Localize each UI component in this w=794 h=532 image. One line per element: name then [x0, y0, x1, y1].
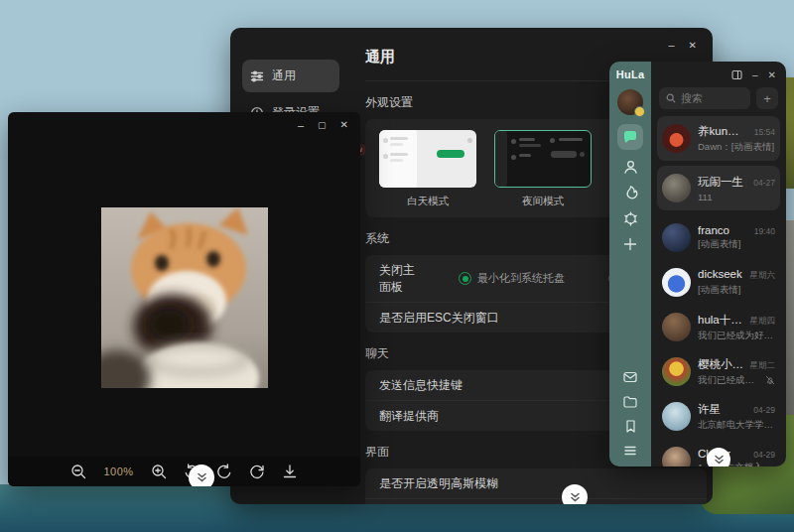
app-title: HuLa [616, 68, 645, 80]
search-input[interactable]: 搜索 [659, 87, 750, 109]
chat-message: 北京邮电大学学士，卡耐... [698, 419, 775, 432]
theme-card-night[interactable]: 夜间模式 [494, 130, 592, 208]
chat-name: dickseek [698, 268, 742, 280]
viewer-toolbar: 100% [8, 457, 360, 486]
reset-icon[interactable] [249, 464, 265, 479]
chat-name: 养kun群聊 [698, 124, 750, 139]
chevron-double-down-icon [714, 455, 725, 465]
chat-bubble-icon [622, 129, 638, 145]
maximize-button[interactable]: ▢ [318, 121, 327, 130]
close-icon[interactable]: ✕ [768, 69, 776, 80]
theme-preview-night [494, 130, 592, 188]
chat-time: 04-29 [753, 450, 775, 460]
download-icon[interactable] [282, 464, 298, 479]
add-chat-button[interactable]: + [756, 87, 778, 109]
interface-group: 是否开启透明高斯模糊 是否开启阴影 字体样式 苹方 显示菜单名 [365, 468, 707, 504]
plus-icon[interactable] [622, 236, 638, 252]
chat-message: [动画表情] [698, 284, 775, 297]
desktop: – ✕ 通用 登录设置 超级变变变 New 提供者：HuLa 通用 外观 [0, 0, 794, 532]
search-icon [666, 93, 676, 103]
theme-card-label: 白天模式 [379, 195, 476, 208]
hula-window-controls: – ✕ [651, 66, 786, 82]
chat-item[interactable]: hula十年老粉星期四 我们已经成为好友了，开... [657, 305, 780, 349]
rotate-right-icon[interactable] [216, 464, 232, 479]
theme-preview-day [379, 130, 476, 188]
chat-name: 许星 [698, 402, 721, 417]
chat-item[interactable]: dickseek星期六 [动画表情] [657, 260, 780, 305]
avatar [662, 174, 691, 202]
avatar [662, 402, 691, 431]
chat-time: 星期四 [750, 316, 776, 328]
chat-time: 04-29 [753, 405, 775, 415]
sidebar-item-label: 通用 [272, 67, 296, 84]
chat-message: 我们已经成为好友了... [698, 374, 761, 387]
theme-card-day[interactable]: 白天模式 [379, 130, 476, 208]
flame-icon[interactable] [622, 185, 639, 201]
chat-item[interactable]: franco19:40 [动画表情] [657, 215, 780, 260]
avatar [662, 124, 691, 153]
translator-label: 翻译提供商 [379, 408, 439, 425]
chat-item[interactable]: 养kun群聊15:54 Dawn：[动画表情] [657, 116, 780, 161]
blur-label: 是否开启透明高斯模糊 [379, 475, 498, 492]
theme-card-label: 夜间模式 [494, 195, 592, 208]
chat-message: 111 [698, 192, 775, 202]
send-shortcut-label: 发送信息快捷键 [379, 377, 463, 394]
chat-time: 15:54 [754, 127, 775, 137]
chat-message: 我们已经成为好友了，开... [698, 330, 775, 342]
hula-chat-window: HuLa – ✕ [609, 62, 786, 466]
close-icon[interactable]: ✕ [340, 120, 348, 130]
chat-name: franco [698, 224, 729, 236]
user-avatar[interactable] [617, 89, 643, 115]
scroll-down-button[interactable] [562, 484, 588, 504]
openai-icon[interactable] [622, 210, 639, 227]
tune-icon [250, 69, 264, 83]
minimize-button[interactable]: – [752, 69, 758, 80]
chat-item[interactable]: 玩闹一生04-27 111 [657, 166, 780, 210]
avatar [662, 357, 691, 386]
image-viewer-window: – ▢ ✕ [8, 112, 360, 486]
chat-time: 星期二 [750, 360, 776, 372]
close-panel-label: 关闭主面板 [379, 262, 423, 296]
bookmark-icon[interactable] [623, 419, 638, 434]
folder-icon[interactable] [622, 394, 638, 410]
search-placeholder: 搜索 [681, 91, 703, 106]
zoom-level: 100% [103, 466, 133, 477]
chat-name: 樱桃小鸡仔 [698, 357, 746, 372]
zoom-out-icon[interactable] [70, 464, 86, 479]
avatar [662, 447, 691, 466]
hula-left-rail: HuLa [609, 62, 651, 466]
radio-dot [459, 272, 471, 285]
radio-minimize-to-tray[interactable]: 最小化到系统托盘 [459, 271, 565, 286]
chevron-double-down-icon [570, 492, 581, 502]
search-row: 搜索 + [651, 82, 786, 116]
menu-icon[interactable] [622, 443, 638, 459]
chat-list: 养kun群聊15:54 Dawn：[动画表情] 玩闹一生04-27 111 fr… [651, 116, 786, 466]
chat-time: 星期六 [750, 270, 776, 282]
zoom-in-icon[interactable] [151, 464, 167, 479]
minimize-button[interactable]: – [298, 120, 304, 131]
sidebar-item-general[interactable]: 通用 [242, 60, 339, 92]
chat-item[interactable]: 樱桃小鸡仔星期二 我们已经成为好友了... [657, 349, 780, 394]
nav-messages-active[interactable] [617, 124, 643, 150]
status-emoji-badge [634, 106, 645, 117]
mail-icon[interactable] [622, 369, 638, 385]
avatar [662, 223, 691, 252]
chat-time: 04-27 [753, 178, 775, 188]
contacts-icon[interactable] [622, 159, 639, 176]
chevron-double-down-icon [197, 472, 207, 482]
cat-photo [101, 207, 268, 388]
chat-time: 19:40 [754, 226, 775, 236]
chat-item[interactable]: 许星04-29 北京邮电大学学士，卡耐... [657, 394, 780, 439]
avatar [662, 313, 691, 341]
chat-name: hula十年老粉 [698, 313, 746, 328]
hula-chat-panel: – ✕ 搜索 + 养kun群聊15:54 Dawn：[动画表情] 玩闹一生 [651, 62, 786, 466]
sidebar-toggle-icon[interactable] [731, 69, 742, 80]
scroll-down-button[interactable] [707, 448, 730, 466]
chat-message: Dawn：[动画表情] [698, 141, 775, 154]
scroll-down-button[interactable] [189, 465, 214, 486]
chat-name: 玩闹一生 [698, 175, 743, 190]
mute-bell-icon [765, 375, 775, 385]
chat-message: [动画表情] [698, 238, 775, 251]
avatar [662, 268, 691, 297]
viewer-window-controls: – ▢ ✕ [8, 112, 360, 138]
